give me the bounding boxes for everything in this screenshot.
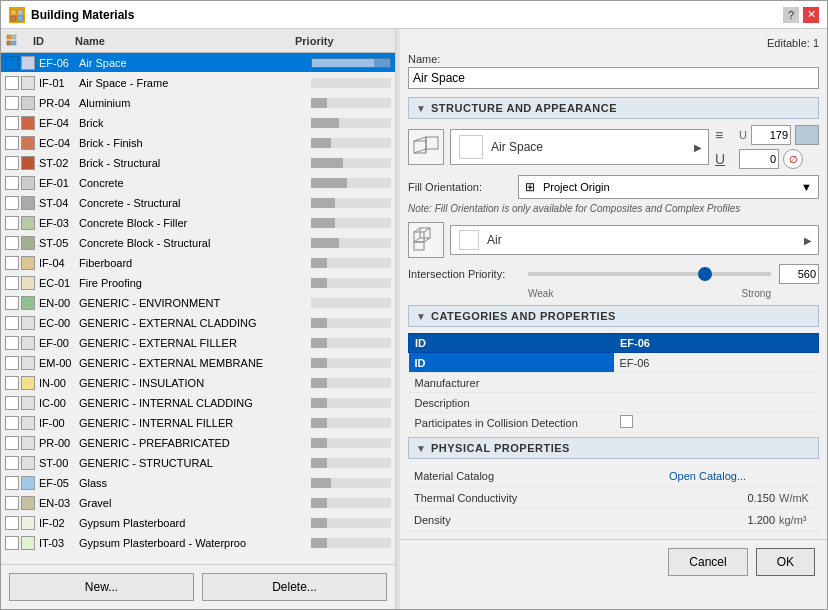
item-name: GENERIC - INTERNAL CLADDING: [79, 397, 307, 409]
list-item[interactable]: EC-01Fire Proofing: [1, 273, 395, 293]
list-item[interactable]: IF-01Air Space - Frame: [1, 73, 395, 93]
list-item[interactable]: ST-02Brick - Structural: [1, 153, 395, 173]
item-checkbox[interactable]: [5, 536, 19, 550]
list-item[interactable]: IT-03Gypsum Plasterboard - Waterproo: [1, 533, 395, 553]
table-row: Description: [409, 393, 819, 413]
delete-button[interactable]: Delete...: [202, 573, 387, 601]
svg-rect-5: [12, 35, 16, 39]
item-checkbox[interactable]: [5, 176, 19, 190]
list-item[interactable]: EN-00GENERIC - ENVIRONMENT: [1, 293, 395, 313]
list-item[interactable]: ST-00GENERIC - STRUCTURAL: [1, 453, 395, 473]
item-checkbox[interactable]: [5, 276, 19, 290]
list-item[interactable]: IF-04Fiberboard: [1, 253, 395, 273]
list-item[interactable]: EF-05Glass: [1, 473, 395, 493]
item-color-swatch: [21, 496, 35, 510]
item-priority-bar: [311, 398, 391, 408]
item-checkbox[interactable]: [5, 436, 19, 450]
item-checkbox[interactable]: [5, 516, 19, 530]
categories-expand-icon[interactable]: ▼: [415, 310, 427, 322]
list-item[interactable]: PR-04Aluminium: [1, 93, 395, 113]
list-item[interactable]: EF-01Concrete: [1, 173, 395, 193]
collision-checkbox[interactable]: [620, 415, 633, 428]
help-button[interactable]: ?: [783, 7, 799, 23]
slider-thumb[interactable]: [698, 267, 712, 281]
item-color-swatch: [21, 376, 35, 390]
item-checkbox[interactable]: [5, 396, 19, 410]
new-button[interactable]: New...: [9, 573, 194, 601]
item-name: Concrete Block - Structural: [79, 237, 307, 249]
air-display[interactable]: Air ▶: [450, 225, 819, 255]
texture-value-2-input[interactable]: [739, 149, 779, 169]
list-item[interactable]: EC-04Brick - Finish: [1, 133, 395, 153]
structure-expand-icon[interactable]: ▼: [415, 102, 427, 114]
item-checkbox[interactable]: [5, 376, 19, 390]
texture-circle-btn[interactable]: ∅: [783, 149, 803, 169]
texture-color-swatch-1[interactable]: [795, 125, 819, 145]
list-item[interactable]: IC-00GENERIC - INTERNAL CLADDING: [1, 393, 395, 413]
item-name: GENERIC - EXTERNAL MEMBRANE: [79, 357, 307, 369]
item-checkbox[interactable]: [5, 96, 19, 110]
list-item[interactable]: ST-04Concrete - Structural: [1, 193, 395, 213]
material-display[interactable]: Air Space ▶: [450, 129, 709, 165]
name-row: Name:: [408, 53, 819, 89]
item-checkbox[interactable]: [5, 256, 19, 270]
list-item[interactable]: EF-03Concrete Block - Filler: [1, 213, 395, 233]
physical-expand-icon[interactable]: ▼: [415, 442, 427, 454]
texture-value-1-input[interactable]: [751, 125, 791, 145]
item-checkbox[interactable]: [5, 196, 19, 210]
left-panel: ID Name Priority EF-06Air SpaceIF-01Air …: [1, 29, 396, 609]
structure-section-title: STRUCTURE AND APPEARANCE: [431, 102, 617, 114]
slider-track[interactable]: [528, 272, 771, 276]
cancel-button[interactable]: Cancel: [668, 548, 747, 576]
item-color-swatch: [21, 296, 35, 310]
list-item[interactable]: EF-06Air Space: [1, 53, 395, 73]
item-checkbox[interactable]: [5, 216, 19, 230]
item-checkbox[interactable]: [5, 496, 19, 510]
close-button[interactable]: ✕: [803, 7, 819, 23]
fill-orientation-select[interactable]: ⊞ Project Origin ▼: [518, 175, 819, 199]
list-scroll-area[interactable]: EF-06Air SpaceIF-01Air Space - FramePR-0…: [1, 53, 395, 564]
list-item[interactable]: EF-04Brick: [1, 113, 395, 133]
item-checkbox[interactable]: [5, 416, 19, 430]
category-label-manufacturer: Manufacturer: [409, 373, 614, 393]
item-id: IF-01: [39, 77, 79, 89]
category-value-id: EF-06: [614, 353, 819, 373]
ok-button[interactable]: OK: [756, 548, 815, 576]
item-checkbox[interactable]: [5, 336, 19, 350]
svg-line-15: [414, 228, 420, 232]
item-checkbox[interactable]: [5, 476, 19, 490]
category-label-collision: Participates in Collision Detection: [409, 413, 614, 433]
list-item[interactable]: PR-00GENERIC - PREFABRICATED: [1, 433, 395, 453]
list-item[interactable]: IN-00GENERIC - INSULATION: [1, 373, 395, 393]
item-checkbox[interactable]: [5, 156, 19, 170]
list-item[interactable]: EF-00GENERIC - EXTERNAL FILLER: [1, 333, 395, 353]
item-checkbox[interactable]: [5, 56, 19, 70]
physical-label-density: Density: [408, 514, 699, 526]
item-priority-bar: [311, 318, 391, 328]
item-color-swatch: [21, 516, 35, 530]
list-item[interactable]: ST-05Concrete Block - Structural: [1, 233, 395, 253]
item-checkbox[interactable]: [5, 296, 19, 310]
physical-value-catalog[interactable]: Open Catalog...: [669, 470, 779, 482]
physical-row-catalog: Material Catalog Open Catalog...: [408, 465, 819, 487]
item-checkbox[interactable]: [5, 356, 19, 370]
name-input[interactable]: [408, 67, 819, 89]
list-item[interactable]: IF-02Gypsum Plasterboard: [1, 513, 395, 533]
list-item[interactable]: EN-03Gravel: [1, 493, 395, 513]
item-color-swatch: [21, 256, 35, 270]
slider-value-input[interactable]: [779, 264, 819, 284]
item-color-swatch: [21, 336, 35, 350]
svg-line-19: [424, 238, 430, 242]
item-checkbox[interactable]: [5, 236, 19, 250]
slider-container: [528, 264, 819, 284]
list-item[interactable]: EC-00GENERIC - EXTERNAL CLADDING: [1, 313, 395, 333]
svg-rect-11: [426, 137, 438, 149]
item-checkbox[interactable]: [5, 116, 19, 130]
building-materials-dialog: Building Materials ? ✕ ID Name: [0, 0, 828, 610]
item-checkbox[interactable]: [5, 456, 19, 470]
item-checkbox[interactable]: [5, 136, 19, 150]
list-item[interactable]: EM-00GENERIC - EXTERNAL MEMBRANE: [1, 353, 395, 373]
item-checkbox[interactable]: [5, 316, 19, 330]
list-item[interactable]: IF-00GENERIC - INTERNAL FILLER: [1, 413, 395, 433]
item-checkbox[interactable]: [5, 76, 19, 90]
